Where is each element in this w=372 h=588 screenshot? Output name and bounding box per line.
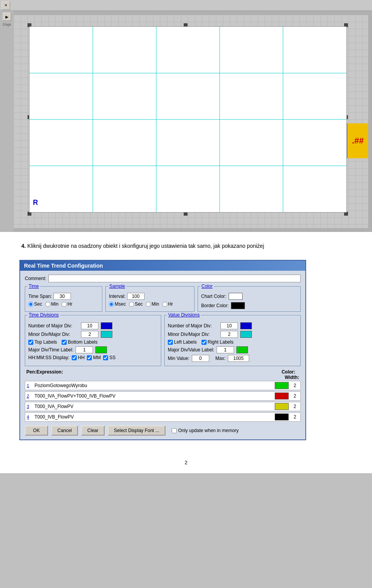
value-major-div-row: Number of Major Div: [168,322,297,329]
right-labels-check[interactable]: Right Labels [202,339,234,345]
time-sec-radio[interactable]: Sec [28,301,42,307]
chart-color-row: Chart Color: [201,293,297,300]
sample-sec-radio[interactable]: Sec [129,301,143,307]
major-val-color[interactable] [236,346,248,353]
pen-row-1: 1 PoziomGotowegoWyrobu 2 [25,381,301,390]
pen-4-color[interactable] [275,413,289,420]
expression-col-header: Expression: [34,369,268,380]
chart-color-swatch[interactable] [229,293,243,300]
sample-min-radio[interactable]: Min [146,301,159,307]
ss-check[interactable]: SS [103,355,115,360]
min-label: Min Value: [168,356,189,361]
memory-label: Only update when in memory [178,428,239,433]
timespan-input[interactable] [53,293,71,300]
value-major-div-color[interactable] [240,322,252,329]
top-labels-text: Top Labels [34,339,57,345]
pen-row-4: 4 T000_IVB_FlowPV 2 [25,412,301,422]
value-major-div-input[interactable] [220,322,238,329]
sample-hr-radio[interactable]: Hr [162,301,173,307]
min-input[interactable] [192,355,209,362]
pen-1-width: 2 [291,383,299,388]
hhmm-label: HH:MM:SS Display: [28,355,69,360]
major-time-label: Major Div/Time Label: [28,347,73,353]
border-color-label: Border Color: [201,303,229,308]
pen-1-expr: PoziomGotowegoWyrobu [34,383,272,388]
time-min-radio[interactable]: Min [45,301,59,307]
time-major-div-input[interactable] [81,322,98,329]
divisions-section: Time Divisions Number of Major Div: Mino… [25,315,301,366]
major-time-input[interactable] [76,346,93,353]
pen-list: 1 PoziomGotowegoWyrobu 2 2 T000_IVA_Flow… [25,381,301,422]
pen-3-width: 2 [291,404,299,409]
time-minor-div-row: Minor Div/Major Div: [28,331,158,338]
major-val-input[interactable] [217,346,234,353]
memory-checkbox[interactable] [172,428,177,433]
comment-input[interactable] [48,275,301,282]
ok-button[interactable]: OK [25,425,48,436]
page-indicator: 2/age [2,22,11,26]
sample-msec-radio[interactable]: Msec [109,301,126,307]
comment-label: Comment: [25,276,46,281]
pen-4-num: 4 [27,415,34,419]
yellow-corner: .## [347,123,368,158]
time-min-label: Min [51,301,59,307]
chart-box [29,26,347,213]
close-button[interactable]: ✕ [2,1,10,10]
yellow-text: .## [352,136,364,146]
step-section: 4. Kliknij dwukrotnie na osadzony obiekt… [0,232,372,256]
border-color-swatch[interactable] [231,302,245,309]
top-labels-check[interactable]: Top Labels [28,339,57,345]
time-minor-div-input[interactable] [81,331,98,338]
cancel-button[interactable]: Cancel [51,425,78,436]
color-section: Color Chart Color: Border Color: [198,286,301,312]
timespan-label: Time Span: [28,294,52,299]
color-width-col-header: Color: Width: [268,369,299,380]
r-label: R [33,199,38,207]
memory-checkbox-row: Only update when in memory [172,428,239,433]
pen-2-color[interactable] [275,393,289,399]
major-time-color[interactable] [95,346,107,353]
dialog-title: Real Time Trend Configuration [20,261,305,271]
time-divisions-title: Time Divisions [28,312,60,318]
pen-2-expr: T000_IVA_FlowPV+T000_IVB_FlowPV [34,393,272,399]
mm-check[interactable]: MM [87,355,101,360]
time-section-title: Time [28,284,40,289]
page-number: 2 [0,452,372,473]
value-divisions-title: Value Divisions [167,312,201,318]
pen-row-3: 3 T000_IVA_FlowPV 2 [25,402,301,411]
sample-sec-label: Sec [135,301,143,307]
time-major-div-label: Number of Major Div: [28,323,79,329]
sample-section: Sample Interval: Msec Sec [105,286,195,312]
right-labels-text: Right Labels [208,339,234,345]
time-major-div-color[interactable] [101,322,112,329]
bottom-labels-check[interactable]: Bottom Labels [62,339,98,345]
time-major-div-row: Number of Major Div: [28,322,158,329]
pen-3-num: 3 [27,404,34,409]
time-minor-div-label: Minor Div/Major Div: [28,332,79,337]
interval-input[interactable] [127,293,145,300]
left-labels-check[interactable]: Left Labels [168,339,197,345]
tool-button-1[interactable]: ▶ [3,12,11,21]
dialog-wrapper: Real Time Trend Configuration Comment: T… [0,256,372,452]
clear-button[interactable]: Clear [81,425,105,436]
max-input[interactable] [228,355,249,362]
comment-row: Comment: [25,275,301,282]
pen-3-color[interactable] [275,403,289,410]
value-minor-div-color[interactable] [240,331,252,338]
time-radio-group: Sec Min Hr [28,301,99,307]
pen-3-expr: T000_IVA_FlowPV [34,404,272,409]
pen-4-width: 2 [291,414,299,420]
toolbar-strip: ✕ [0,0,372,11]
time-hr-radio[interactable]: Hr [62,301,72,307]
pen-1-color[interactable] [275,382,289,389]
hh-check[interactable]: HH [72,355,84,360]
pen-2-num: 2 [27,394,34,398]
value-labels-checkbox-row: Left Labels Right Labels [168,339,297,345]
color-col-label: Color: [282,369,295,375]
time-minor-div-color[interactable] [101,331,112,338]
pen-col-header: Pen: [26,369,34,380]
value-minor-div-input[interactable] [220,331,238,338]
time-hr-label: Hr [67,301,72,307]
font-button[interactable]: Select Display Font ... [108,425,165,436]
width-col-label: Width: [285,375,299,380]
